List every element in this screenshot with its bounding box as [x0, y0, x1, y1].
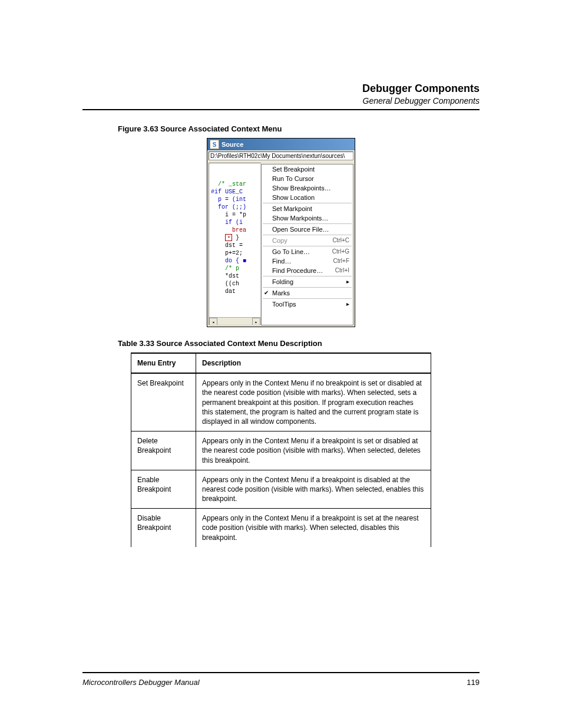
footer-rule — [82, 672, 480, 673]
table-cell-description: Appears only in the Context Menu if a br… — [196, 431, 431, 470]
code-line: /* p — [211, 265, 259, 272]
window-title: Source — [222, 141, 243, 148]
code-line: dat — [211, 288, 259, 295]
table-row: Delete BreakpointAppears only in the Con… — [131, 431, 431, 470]
menu-separator — [263, 223, 352, 224]
table-cell-entry: Disable Breakpoint — [131, 509, 196, 547]
table-header-entry: Menu Entry — [131, 353, 196, 373]
table-row: Enable BreakpointAppears only in the Con… — [131, 470, 431, 509]
table-cell-description: Appears only in the Context Menu if a br… — [196, 509, 431, 547]
scroll-track[interactable] — [217, 318, 252, 325]
breakpoint-marker-icon[interactable]: ◂ — [225, 234, 232, 241]
menu-item-label: ToolTips — [272, 301, 296, 308]
menu-item-shortcut: Ctrl+G — [332, 248, 349, 255]
menu-separator — [263, 203, 352, 203]
figure-caption: Figure 3.63 Source Associated Context Me… — [118, 124, 480, 133]
header-rule — [82, 109, 480, 110]
menu-item-label: Set Markpoint — [272, 205, 312, 212]
code-line: ((ch — [211, 280, 259, 288]
horizontal-scrollbar[interactable]: ◂ ▸ — [209, 317, 260, 325]
source-path-field[interactable]: D:\Profiles\RTH02c\My Documents\nextun\s… — [209, 151, 353, 160]
menu-item[interactable]: Set Breakpoint — [262, 164, 353, 174]
menu-separator — [263, 235, 352, 235]
menu-item-shortcut: Ctrl+F — [333, 258, 350, 265]
menu-separator — [263, 287, 352, 288]
menu-item-label: Open Source File… — [272, 226, 329, 233]
context-menu: Set BreakpointRun To CursorShow Breakpoi… — [261, 164, 353, 325]
menu-item[interactable]: Go To Line…Ctrl+G — [262, 247, 353, 256]
menu-item[interactable]: Folding — [262, 277, 353, 286]
table-cell-entry: Enable Breakpoint — [131, 470, 196, 509]
header-title: Debugger Components — [82, 83, 480, 95]
menu-item: CopyCtrl+C — [262, 236, 353, 245]
page-header: Debugger Components General Debugger Com… — [82, 83, 480, 106]
table-cell-description: Appears only in the Context Menu if no b… — [196, 373, 431, 431]
code-line: dst = — [211, 242, 259, 249]
menu-separator — [263, 246, 352, 246]
menu-item-label: Find… — [272, 258, 291, 265]
window-titlebar: S Source — [207, 139, 355, 150]
code-line: if (i — [211, 219, 259, 226]
table-caption: Table 3.33 Source Associated Context Men… — [118, 339, 480, 348]
menu-item-label: Show Breakpoints… — [272, 185, 331, 192]
footer-manual-title: Microcontrollers Debugger Manual — [82, 678, 200, 687]
code-line: for (;;) — [211, 203, 259, 211]
menu-item[interactable]: Find Procedure…Ctrl+I — [262, 266, 353, 275]
menu-separator — [263, 276, 352, 276]
code-line: ◂ } — [211, 234, 259, 242]
menu-item-label: Go To Line… — [272, 248, 310, 255]
table-row: Disable BreakpointAppears only in the Co… — [131, 509, 431, 547]
table-cell-description: Appears only in the Context Menu if a br… — [196, 470, 431, 509]
menu-item-label: Show Markpoints… — [272, 215, 328, 222]
scroll-right-arrow-icon[interactable]: ▸ — [252, 318, 260, 325]
menu-item[interactable]: ToolTips — [262, 299, 353, 309]
menu-item-label: Folding — [272, 278, 293, 285]
source-code-pane[interactable]: /* _star#if USE_C p = (int for (;;) i = … — [209, 163, 261, 325]
menu-item[interactable]: Open Source File… — [262, 225, 353, 234]
footer-page-number: 119 — [467, 678, 480, 687]
menu-item[interactable]: Run To Cursor — [262, 174, 353, 183]
scroll-left-arrow-icon[interactable]: ◂ — [209, 318, 217, 325]
page-footer: Microcontrollers Debugger Manual 119 — [82, 667, 480, 687]
menu-item-shortcut: Ctrl+C — [332, 237, 349, 244]
header-subtitle: General Debugger Components — [82, 96, 480, 106]
menu-item-label: Find Procedure… — [272, 267, 323, 274]
menu-separator — [263, 298, 352, 299]
code-line: brea — [211, 226, 259, 234]
table-row: Set BreakpointAppears only in the Contex… — [131, 373, 431, 431]
code-line: *dst — [211, 272, 259, 280]
menu-item[interactable]: Set Markpoint — [262, 204, 353, 213]
source-window-icon: S — [210, 140, 219, 149]
table-cell-entry: Delete Breakpoint — [131, 431, 196, 470]
menu-item-label: Set Breakpoint — [272, 166, 315, 173]
code-line: p+=2; — [211, 249, 259, 257]
table-cell-entry: Set Breakpoint — [131, 373, 196, 431]
menu-item[interactable]: Show Breakpoints… — [262, 183, 353, 193]
menu-item-label: Marks — [272, 289, 290, 297]
menu-item[interactable]: Show Location — [262, 193, 353, 202]
code-line: p = (int — [211, 196, 259, 203]
menu-item[interactable]: Marks — [262, 288, 353, 298]
menu-item-label: Show Location — [272, 194, 315, 201]
source-window-screenshot: S Source D:\Profiles\RTH02c\My Documents… — [207, 138, 355, 327]
code-line: /* _star — [211, 180, 259, 188]
code-line: i = *p — [211, 211, 259, 219]
menu-item-shortcut: Ctrl+I — [335, 267, 349, 274]
menu-item[interactable]: Find…Ctrl+F — [262, 256, 353, 266]
menu-description-table: Menu Entry Description Set BreakpointApp… — [131, 353, 431, 547]
code-line: #if USE_C — [211, 188, 259, 196]
code-line: do { ■ — [211, 257, 259, 265]
menu-item-label: Run To Cursor — [272, 175, 314, 182]
menu-item[interactable]: Show Markpoints… — [262, 213, 353, 223]
table-header-desc: Description — [196, 353, 431, 373]
menu-item-label: Copy — [272, 237, 287, 244]
